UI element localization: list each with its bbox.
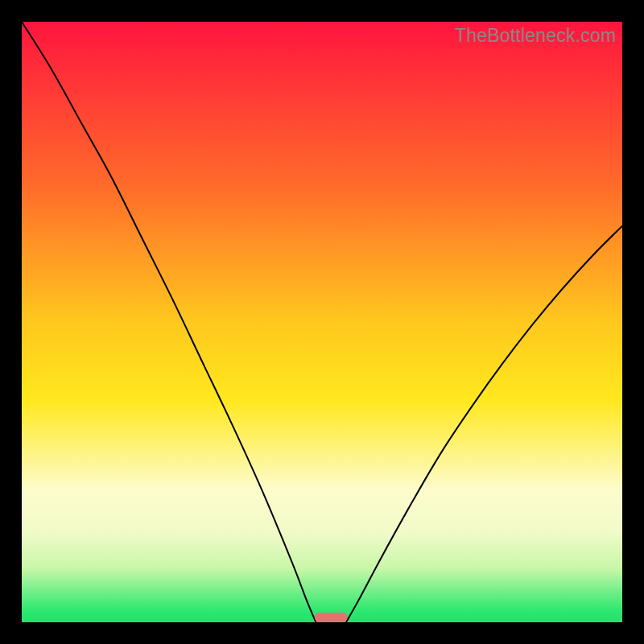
series-line-right — [346, 226, 622, 622]
chart-frame: TheBottleneck.com — [0, 0, 644, 644]
minimum-marker — [315, 613, 348, 622]
plot-area: TheBottleneck.com — [22, 22, 622, 622]
chart-svg — [22, 22, 622, 622]
series-line-left — [22, 22, 316, 622]
